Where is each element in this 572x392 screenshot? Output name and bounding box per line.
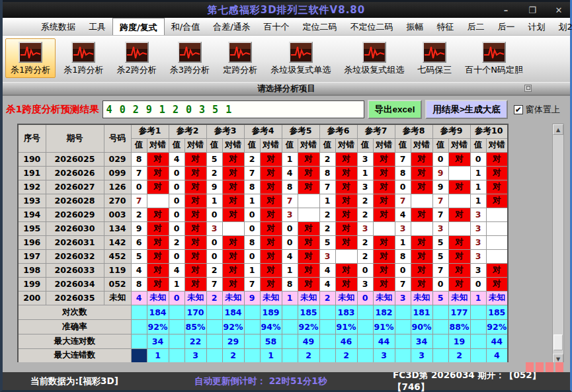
ref-value-cell[interactable]: 9 bbox=[432, 166, 448, 180]
menu-item[interactable]: 工具 bbox=[82, 18, 112, 35]
ref-value-cell[interactable]: 9 bbox=[206, 180, 222, 194]
ref-value-cell[interactable]: 4 bbox=[131, 263, 147, 277]
ref-status-cell[interactable]: 对 bbox=[260, 221, 282, 235]
ref-value-cell[interactable]: 4 bbox=[169, 152, 184, 166]
ref-status-cell[interactable]: 对 bbox=[147, 221, 169, 235]
ref-status-cell[interactable]: 对 bbox=[411, 166, 432, 180]
number-cell[interactable]: 029 bbox=[104, 152, 131, 166]
ref-status-cell[interactable]: 对 bbox=[373, 208, 395, 221]
ref-status-cell[interactable]: 未知 bbox=[147, 291, 169, 305]
ref-value-cell[interactable]: 0 bbox=[244, 208, 260, 221]
ref-value-cell[interactable]: 7 bbox=[244, 166, 260, 180]
ref-value-cell[interactable]: 3 bbox=[470, 221, 486, 235]
ref-status-cell[interactable]: 对 bbox=[298, 249, 319, 263]
ref-status-cell[interactable]: 对 bbox=[184, 263, 206, 277]
summary-value-cell[interactable]: 94% bbox=[260, 319, 282, 334]
export-excel-button[interactable]: 导出excel bbox=[368, 100, 423, 119]
ref-status-cell[interactable]: 对 bbox=[486, 152, 508, 166]
ref-value-cell[interactable]: 2 bbox=[357, 249, 373, 263]
ref-value-cell[interactable]: 2 bbox=[319, 152, 335, 166]
menu-item[interactable]: 特征 bbox=[430, 18, 461, 35]
summary-spacer-cell[interactable] bbox=[470, 319, 486, 334]
ref-value-cell[interactable]: 8 bbox=[244, 180, 260, 194]
ref-value-cell[interactable]: 2 bbox=[319, 291, 335, 305]
ref-status-cell[interactable]: 对 bbox=[373, 249, 395, 263]
ref-value-cell[interactable]: 5 bbox=[206, 152, 222, 166]
summary-spacer-cell[interactable] bbox=[319, 305, 335, 319]
ref-status-cell[interactable]: 对 bbox=[147, 152, 169, 166]
summary-spacer-cell[interactable] bbox=[432, 319, 448, 334]
ref-status-cell[interactable]: 对 bbox=[373, 277, 395, 291]
summary-value-cell[interactable]: 49 bbox=[298, 334, 319, 348]
number-cell[interactable]: 119 bbox=[104, 263, 131, 277]
summary-spacer-cell[interactable] bbox=[395, 319, 411, 334]
ref-value-cell[interactable]: 3 bbox=[470, 208, 486, 221]
summary-value-cell[interactable]: 170 bbox=[184, 305, 206, 319]
ref-value-cell[interactable]: 7 bbox=[432, 194, 448, 208]
ref-status-cell[interactable]: 对 bbox=[335, 166, 357, 180]
menu-item[interactable]: 后一 bbox=[491, 18, 522, 35]
ref-value-cell[interactable]: 1 bbox=[319, 194, 335, 208]
ref-value-cell[interactable]: 9 bbox=[432, 180, 448, 194]
summary-spacer-cell[interactable] bbox=[357, 319, 373, 334]
ref-value-cell[interactable]: 3 bbox=[357, 180, 373, 194]
ref-value-cell[interactable]: 0 bbox=[169, 208, 184, 221]
ref-value-cell[interactable]: 3 bbox=[357, 277, 373, 291]
ref-status-cell[interactable]: 对 bbox=[373, 180, 395, 194]
summary-value-cell[interactable]: 91% bbox=[373, 319, 395, 334]
ref-status-cell[interactable]: 对 bbox=[373, 263, 395, 277]
summary-spacer-cell[interactable] bbox=[169, 334, 184, 348]
number-cell[interactable]: 142 bbox=[104, 235, 131, 249]
ref-status-cell[interactable]: 对 bbox=[222, 166, 244, 180]
ref-value-cell[interactable]: 3 bbox=[395, 291, 411, 305]
summary-spacer-cell[interactable] bbox=[319, 334, 335, 348]
summary-value-cell[interactable]: 184 bbox=[222, 305, 244, 319]
ref-status-cell[interactable]: 对 bbox=[222, 152, 244, 166]
ref-status-cell[interactable]: 对 bbox=[448, 277, 470, 291]
ref-value-cell[interactable]: 7 bbox=[244, 277, 260, 291]
ref-value-cell[interactable]: 2 bbox=[206, 263, 222, 277]
summary-value-cell[interactable]: 22 bbox=[184, 334, 206, 348]
ref-value-cell[interactable]: 1 bbox=[470, 194, 486, 208]
vertical-scrollbar[interactable]: ▲ ▼ bbox=[552, 124, 564, 362]
ref-value-cell[interactable]: 3 bbox=[470, 235, 486, 249]
ref-status-cell[interactable]: 未知 bbox=[411, 291, 432, 305]
ref-value-cell[interactable]: 5 bbox=[131, 249, 147, 263]
ref-status-cell[interactable]: 对 bbox=[147, 166, 169, 180]
ref-status-cell[interactable]: 对 bbox=[298, 152, 319, 166]
seq-cell[interactable]: 193 bbox=[18, 194, 46, 208]
ref-value-cell[interactable]: 2 bbox=[206, 166, 222, 180]
number-cell[interactable]: 未知 bbox=[104, 291, 131, 305]
ref-status-cell[interactable] bbox=[448, 194, 470, 208]
summary-spacer-cell[interactable] bbox=[131, 334, 147, 348]
issue-cell[interactable]: 2026025 bbox=[46, 152, 104, 166]
ref-status-cell[interactable]: 对 bbox=[260, 208, 282, 221]
ref-value-cell[interactable]: 3 bbox=[357, 152, 373, 166]
ref-status-cell[interactable]: 未知 bbox=[222, 291, 244, 305]
summary-spacer-cell[interactable] bbox=[470, 334, 486, 348]
ref-status-cell[interactable]: 对 bbox=[411, 235, 432, 249]
ref-value-cell[interactable]: 4 bbox=[282, 249, 298, 263]
summary-spacer-cell[interactable] bbox=[357, 334, 373, 348]
ref-value-cell[interactable]: 1 bbox=[470, 166, 486, 180]
ref-status-cell[interactable]: 对 bbox=[335, 221, 357, 235]
ref-value-cell[interactable]: 0 bbox=[470, 277, 486, 291]
ref-value-cell[interactable]: 1 bbox=[470, 291, 486, 305]
summary-value-cell[interactable]: 1 bbox=[147, 348, 169, 362]
ref-status-cell[interactable]: 对 bbox=[448, 152, 470, 166]
summary-value-cell[interactable]: 91% bbox=[335, 319, 357, 334]
ref-value-cell[interactable]: 8 bbox=[244, 235, 260, 249]
toolbar-item[interactable]: 定跨分析 bbox=[218, 38, 263, 78]
summary-spacer-cell[interactable] bbox=[357, 305, 373, 319]
ref-value-cell[interactable]: 0 bbox=[244, 249, 260, 263]
summary-value-cell[interactable]: 90% bbox=[411, 319, 432, 334]
issue-cell[interactable]: 2026035 bbox=[46, 291, 104, 305]
ref-value-cell[interactable]: 4 bbox=[395, 208, 411, 221]
ref-status-cell[interactable]: 对 bbox=[486, 166, 508, 180]
summary-spacer-cell[interactable] bbox=[282, 334, 298, 348]
menu-item[interactable]: 百十个 bbox=[257, 18, 296, 35]
ref-status-cell[interactable]: 对 bbox=[184, 194, 206, 208]
ref-status-cell[interactable]: 对 bbox=[147, 208, 169, 221]
ref-status-cell[interactable]: 对 bbox=[147, 277, 169, 291]
summary-value-cell[interactable]: 4 bbox=[486, 348, 508, 362]
